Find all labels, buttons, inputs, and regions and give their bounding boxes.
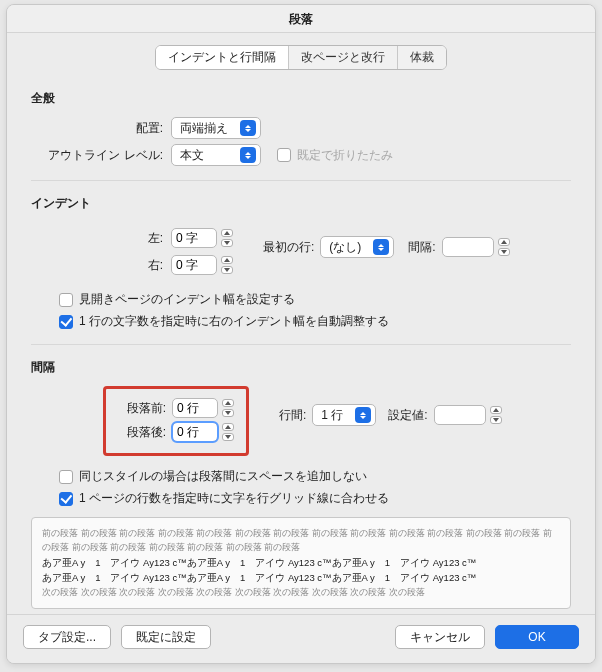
preview-body-line: あア亜A y 1 アイウ Ay123 c™あア亜A y 1 アイウ Ay123 … — [42, 555, 560, 570]
line-at-stepper[interactable] — [434, 404, 502, 426]
paragraph-dialog: 段落 インデントと行間隔 改ページと改行 体裁 全般 配置: 両端揃え アウトラ… — [6, 4, 596, 664]
separator — [31, 180, 571, 181]
preview-body-line: あア亜A y 1 アイウ Ay123 c™あア亜A y 1 アイウ Ay123 … — [42, 570, 560, 585]
mirror-indent-label: 見開きページのインデント幅を設定する — [79, 291, 295, 308]
alignment-select[interactable]: 両端揃え — [171, 117, 261, 139]
line-at-label: 設定値: — [388, 407, 433, 424]
section-indent: インデント — [31, 195, 571, 212]
line-spacing-value: 1 行 — [321, 407, 343, 424]
snap-to-grid-label: 1 ページの行数を指定時に文字を行グリッド線に合わせる — [79, 490, 389, 507]
firstline-amount-stepper[interactable] — [442, 236, 510, 258]
autoadjust-indent-checkbox[interactable] — [59, 315, 73, 329]
indent-right-label: 右: — [31, 257, 171, 274]
dialog-footer: タブ設定... 既定に設定 キャンセル OK — [7, 614, 595, 663]
step-up-icon[interactable] — [221, 229, 233, 237]
alignment-label: 配置: — [31, 120, 171, 137]
snap-to-grid-checkbox[interactable] — [59, 492, 73, 506]
space-after-stepper[interactable] — [172, 421, 234, 443]
line-spacing-select[interactable]: 1 行 — [312, 404, 376, 426]
tab-page-break[interactable]: 改ページと改行 — [289, 46, 398, 69]
section-general: 全般 — [31, 90, 571, 107]
collapsed-checkbox — [277, 148, 291, 162]
indent-left-label: 左: — [31, 230, 171, 247]
mirror-indent-checkbox[interactable] — [59, 293, 73, 307]
no-space-same-style-label: 同じスタイルの場合は段落間にスペースを追加しない — [79, 468, 367, 485]
indent-right-stepper[interactable] — [171, 254, 233, 276]
tab-typography[interactable]: 体裁 — [398, 46, 446, 69]
step-down-icon[interactable] — [490, 416, 502, 424]
firstline-select[interactable]: (なし) — [320, 236, 394, 258]
step-up-icon[interactable] — [490, 406, 502, 414]
space-before-input[interactable] — [172, 398, 218, 418]
step-up-icon[interactable] — [221, 256, 233, 264]
chevron-updown-icon — [240, 147, 256, 163]
content-area: 全般 配置: 両端揃え アウトライン レベル: 本文 既定で折りたたみ インデン… — [7, 82, 595, 614]
section-spacing: 間隔 — [31, 359, 571, 376]
set-default-button[interactable]: 既定に設定 — [121, 625, 211, 649]
firstline-label: 最初の行: — [263, 239, 320, 256]
tab-bar: インデントと行間隔 改ページと改行 体裁 — [7, 45, 595, 70]
step-down-icon[interactable] — [222, 433, 234, 441]
collapsed-label: 既定で折りたたみ — [297, 147, 393, 164]
chevron-updown-icon — [240, 120, 256, 136]
space-after-label: 段落後: — [118, 424, 172, 441]
outline-label: アウトライン レベル: — [31, 147, 171, 164]
line-spacing-label: 行間: — [279, 407, 312, 424]
step-down-icon[interactable] — [222, 409, 234, 417]
space-before-label: 段落前: — [118, 400, 172, 417]
preview-before: 前の段落 前の段落 前の段落 前の段落 前の段落 前の段落 前の段落 前の段落 … — [42, 526, 560, 555]
step-down-icon[interactable] — [221, 266, 233, 274]
outline-value: 本文 — [180, 147, 204, 164]
preview-after: 次の段落 次の段落 次の段落 次の段落 次の段落 次の段落 次の段落 次の段落 … — [42, 585, 560, 599]
outline-select[interactable]: 本文 — [171, 144, 261, 166]
alignment-value: 両端揃え — [180, 120, 228, 137]
indent-right-input[interactable] — [171, 255, 217, 275]
step-down-icon[interactable] — [221, 239, 233, 247]
spacing-highlight-box: 段落前: 段落後: — [103, 386, 249, 456]
step-up-icon[interactable] — [222, 399, 234, 407]
firstline-amount-input[interactable] — [442, 237, 494, 257]
space-after-input[interactable] — [172, 422, 218, 442]
tabs-settings-button[interactable]: タブ設定... — [23, 625, 111, 649]
chevron-updown-icon — [373, 239, 389, 255]
firstline-amount-label: 間隔: — [408, 239, 441, 256]
line-at-input[interactable] — [434, 405, 486, 425]
step-down-icon[interactable] — [498, 248, 510, 256]
step-up-icon[interactable] — [498, 238, 510, 246]
space-before-stepper[interactable] — [172, 397, 234, 419]
preview-pane: 前の段落 前の段落 前の段落 前の段落 前の段落 前の段落 前の段落 前の段落 … — [31, 517, 571, 609]
autoadjust-indent-label: 1 行の文字数を指定時に右のインデント幅を自動調整する — [79, 313, 389, 330]
cancel-button[interactable]: キャンセル — [395, 625, 485, 649]
tab-indent-spacing[interactable]: インデントと行間隔 — [156, 46, 289, 69]
firstline-value: (なし) — [329, 239, 361, 256]
dialog-title: 段落 — [7, 5, 595, 33]
indent-left-input[interactable] — [171, 228, 217, 248]
step-up-icon[interactable] — [222, 423, 234, 431]
no-space-same-style-checkbox[interactable] — [59, 470, 73, 484]
ok-button[interactable]: OK — [495, 625, 579, 649]
separator — [31, 344, 571, 345]
chevron-updown-icon — [355, 407, 371, 423]
indent-left-stepper[interactable] — [171, 227, 233, 249]
